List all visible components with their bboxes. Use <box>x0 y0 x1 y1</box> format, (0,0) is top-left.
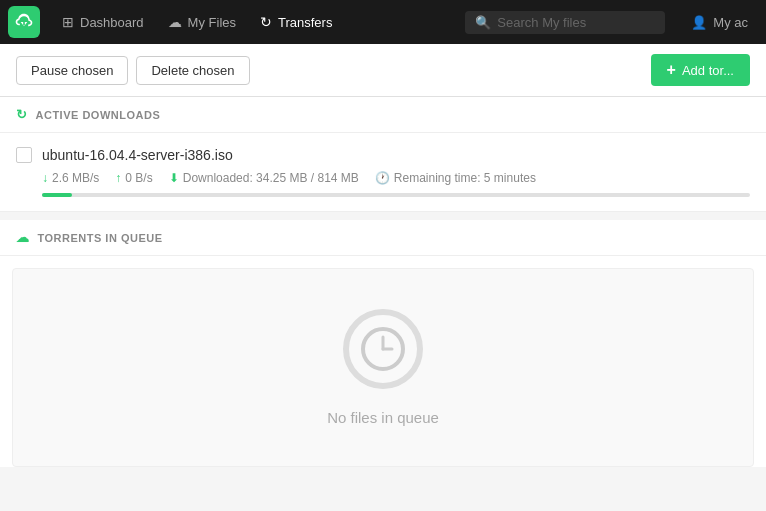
active-downloads-section-header: ↻ ACTIVE DOWNLOADS <box>0 97 766 133</box>
upload-speed-value: 0 B/s <box>125 171 152 185</box>
download-item-header: ubuntu-16.04.4-server-i386.iso <box>16 147 750 163</box>
toolbar-left: Pause chosen Delete chosen <box>16 56 250 85</box>
queue-section-header: ☁ TORRENTS IN QUEUE <box>0 220 766 256</box>
add-torrent-button[interactable]: + Add tor... <box>651 54 750 86</box>
download-meta: ↓ 2.6 MB/s ↑ 0 B/s ⬇ Downloaded: 34.25 M… <box>42 171 750 185</box>
nav-dashboard[interactable]: ⊞ Dashboard <box>52 8 154 36</box>
active-downloads-label: ACTIVE DOWNLOADS <box>36 109 161 121</box>
nav-transfers-label: Transfers <box>278 15 332 30</box>
download-item: ubuntu-16.04.4-server-i386.iso ↓ 2.6 MB/… <box>0 133 766 212</box>
toolbar: Pause chosen Delete chosen + Add tor... <box>0 44 766 97</box>
downloaded-value: Downloaded: 34.25 MB / 814 MB <box>183 171 359 185</box>
content: ↻ ACTIVE DOWNLOADS ubuntu-16.04.4-server… <box>0 97 766 467</box>
delete-chosen-button[interactable]: Delete chosen <box>136 56 249 85</box>
queue-section-label: TORRENTS IN QUEUE <box>38 232 163 244</box>
upload-speed: ↑ 0 B/s <box>115 171 152 185</box>
active-downloads-icon: ↻ <box>16 107 28 122</box>
remaining-time-value: Remaining time: 5 minutes <box>394 171 536 185</box>
queue-icon: ☁ <box>16 230 30 245</box>
nav-transfers[interactable]: ↻ Transfers <box>250 8 342 36</box>
app-logo[interactable] <box>8 6 40 38</box>
add-torrent-label: Add tor... <box>682 63 734 78</box>
dashboard-icon: ⊞ <box>62 14 74 30</box>
download-speed: ↓ 2.6 MB/s <box>42 171 99 185</box>
navbar: ⊞ Dashboard ☁ My Files ↻ Transfers 🔍 👤 M… <box>0 0 766 44</box>
search-box[interactable]: 🔍 <box>465 11 665 34</box>
downloaded-amount: ⬇ Downloaded: 34.25 MB / 814 MB <box>169 171 359 185</box>
queue-empty: No files in queue <box>12 268 754 467</box>
nav-dashboard-label: Dashboard <box>80 15 144 30</box>
speed-up-icon: ↑ <box>115 171 121 185</box>
clock-icon <box>343 309 423 389</box>
download-name: ubuntu-16.04.4-server-i386.iso <box>42 147 233 163</box>
progress-bar-wrap <box>42 193 750 197</box>
nav-my-files[interactable]: ☁ My Files <box>158 8 246 36</box>
account-label: My ac <box>713 15 748 30</box>
queue-empty-text: No files in queue <box>327 409 439 426</box>
speed-down-icon: ↓ <box>42 171 48 185</box>
nav-items: ⊞ Dashboard ☁ My Files ↻ Transfers <box>52 8 449 36</box>
nav-my-files-label: My Files <box>188 15 236 30</box>
pause-chosen-button[interactable]: Pause chosen <box>16 56 128 85</box>
download-checkbox[interactable] <box>16 147 32 163</box>
download-speed-value: 2.6 MB/s <box>52 171 99 185</box>
progress-bar-fill <box>42 193 72 197</box>
transfers-icon: ↻ <box>260 14 272 30</box>
search-input[interactable] <box>497 15 655 30</box>
nav-account[interactable]: 👤 My ac <box>681 9 758 36</box>
cloud-icon: ☁ <box>168 14 182 30</box>
search-icon: 🔍 <box>475 15 491 30</box>
plus-icon: + <box>667 61 676 79</box>
remaining-time: 🕐 Remaining time: 5 minutes <box>375 171 536 185</box>
account-icon: 👤 <box>691 15 707 30</box>
queue-section: ☁ TORRENTS IN QUEUE No files in queue <box>0 220 766 467</box>
download-amount-icon: ⬇ <box>169 171 179 185</box>
remaining-time-icon: 🕐 <box>375 171 390 185</box>
